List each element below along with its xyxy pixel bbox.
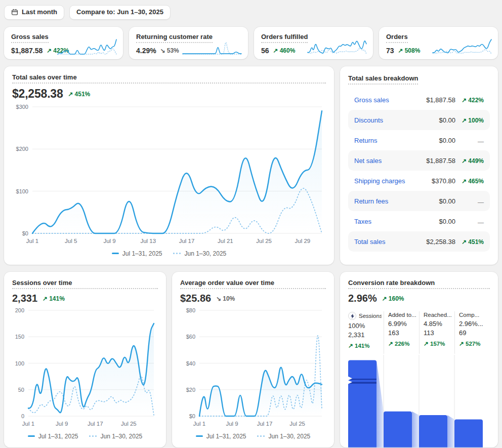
date-range-label: Last month <box>22 8 57 17</box>
table-row: Total sales $2,258.38 ↗451% <box>348 231 490 252</box>
funnel-step-label[interactable]: Comp... <box>459 312 488 318</box>
legend-compare: Jun 1–30, 2025 <box>173 250 226 257</box>
total-sales-line-chart[interactable]: $0$100$200$300Jul 1Jul 5Jul 9Jul 13Jul 1… <box>12 102 326 247</box>
row-value: $1,887.58 <box>426 157 455 165</box>
funnel-step-pct: 6.99% <box>388 320 417 328</box>
sparkline-chart <box>182 38 242 55</box>
metric-title[interactable]: Orders <box>386 33 408 43</box>
total-sales-over-time-card: Total sales over time $2,258.38 ↗451% $0… <box>4 66 334 265</box>
funnel-step-count: 113 <box>424 329 452 337</box>
row-link[interactable]: Gross sales <box>354 96 426 104</box>
svg-text:$300: $300 <box>16 104 28 110</box>
svg-text:Jul 29: Jul 29 <box>295 238 311 244</box>
row-delta: ↗451% <box>455 238 484 246</box>
trend-arrow-icon: ↗ <box>348 343 353 349</box>
metric-title[interactable]: Gross sales <box>11 33 49 43</box>
funnel-step-label[interactable]: Sessions <box>348 312 382 320</box>
row-value: $370.80 <box>432 177 455 185</box>
metric-value: 73 <box>386 47 394 55</box>
row-delta: ↗465% <box>455 177 484 185</box>
row-link[interactable]: Shipping charges <box>354 177 432 185</box>
row-link[interactable]: Total sales <box>354 238 426 246</box>
delta-badge: ↗160% <box>382 295 404 302</box>
metric-value: $1,887.58 <box>11 47 43 55</box>
average-order-value-card: Average order value over time $25.86 ↘10… <box>172 272 334 447</box>
delta-badge: ↘53% <box>160 47 179 54</box>
funnel-step-count: 163 <box>388 329 417 337</box>
aov-line-chart[interactable]: $0$20$40$60$80Jul 1Jul 9Jul 17Jul 25 <box>180 305 326 429</box>
svg-text:$40: $40 <box>186 360 195 366</box>
svg-text:Jul 9: Jul 9 <box>56 421 68 427</box>
chart-title[interactable]: Sessions over time <box>12 279 158 289</box>
date-filter-bar: Last month Compare to: Jun 1–30, 2025 <box>4 5 498 20</box>
funnel-step-pct: 100% <box>348 322 382 330</box>
delta-badge: ↗527% <box>459 341 480 347</box>
funnel-step-label[interactable]: Added to... <box>388 312 417 318</box>
svg-text:Jul 1: Jul 1 <box>22 421 34 427</box>
metric-value: 4.29% <box>136 47 156 55</box>
svg-text:$20: $20 <box>186 387 195 393</box>
row-link[interactable]: Discounts <box>354 116 439 124</box>
dotted-line-swatch <box>257 435 265 437</box>
row-link[interactable]: Net sales <box>354 157 426 165</box>
trend-arrow-icon: ↗ <box>462 158 467 164</box>
legend-compare: Jun 1–30, 2025 <box>89 433 142 440</box>
funnel-steps-header: Sessions 100% 2,331 ↗141% Added to... 6.… <box>348 311 490 354</box>
svg-text:Jul 1: Jul 1 <box>26 238 38 244</box>
funnel-step-count: 2,331 <box>348 331 382 339</box>
solid-line-swatch <box>112 253 119 254</box>
row-value: $0.00 <box>439 197 455 205</box>
chart-title[interactable]: Average order value over time <box>180 279 326 289</box>
svg-text:Jul 17: Jul 17 <box>88 421 103 427</box>
trend-arrow-icon: ↗ <box>47 48 52 54</box>
table-row: Taxes $0.00 — <box>348 211 490 231</box>
svg-text:Jul 9: Jul 9 <box>226 421 238 427</box>
funnel-step-completed: Comp... 2.96%... 69 ↗527% <box>454 311 490 354</box>
delta-badge: ↘10% <box>216 295 235 302</box>
breakdown-table: Gross sales $1,887.58 ↗422% Discounts $0… <box>348 90 490 252</box>
row-link[interactable]: Taxes <box>354 218 439 225</box>
bottom-charts-row: Sessions over time 2,331 ↗141% 050100150… <box>4 272 498 447</box>
legend-current: Jul 1–31, 2025 <box>196 433 246 440</box>
row-link[interactable]: Returns <box>354 137 439 144</box>
svg-text:$200: $200 <box>16 146 28 152</box>
svg-text:Jul 25: Jul 25 <box>289 421 305 427</box>
chart-legend: Jul 1–31, 2025 Jun 1–30, 2025 <box>12 247 326 258</box>
svg-text:200: 200 <box>15 307 24 313</box>
breakdown-title[interactable]: Total sales breakdown <box>348 74 418 85</box>
table-row: Discounts $0.00 ↗100% <box>348 110 490 130</box>
trend-arrow-icon: ↗ <box>388 341 393 347</box>
svg-text:Jul 5: Jul 5 <box>65 238 77 244</box>
trend-arrow-icon: ↗ <box>273 48 278 54</box>
metric-card-orders-fulfilled: Orders fulfilled 56 ↗460% <box>254 27 373 59</box>
compare-to-label: Compare to: Jun 1–30, 2025 <box>76 8 163 17</box>
funnel-step-label[interactable]: Reached... <box>424 312 452 318</box>
solid-line-swatch <box>196 435 203 437</box>
conversion-funnel-chart[interactable] <box>348 355 490 447</box>
trend-arrow-icon: ↗ <box>462 117 467 124</box>
metric-cards-row: Gross sales $1,887.58 ↗422% Returning cu… <box>4 27 498 59</box>
row-delta: — <box>455 196 484 206</box>
sessions-value: 2,331 <box>12 293 37 304</box>
chart-title[interactable]: Conversion rate breakdown <box>348 279 490 289</box>
table-row: Return fees $0.00 — <box>348 191 490 211</box>
svg-text:Jul 13: Jul 13 <box>140 238 156 244</box>
row-delta: — <box>455 136 484 145</box>
delta-badge: ↗460% <box>273 47 296 54</box>
svg-text:Jul 25: Jul 25 <box>121 421 137 427</box>
svg-text:Jul 17: Jul 17 <box>179 238 195 244</box>
trend-arrow-icon: ↗ <box>462 97 467 103</box>
row-value: $1,887.58 <box>426 96 455 104</box>
metric-card-returning-rate: Returning customer rate 4.29% ↘53% <box>129 27 248 59</box>
date-range-button[interactable]: Last month <box>4 5 64 20</box>
compare-to-button[interactable]: Compare to: Jun 1–30, 2025 <box>69 5 171 20</box>
row-value: $0.00 <box>439 137 455 144</box>
sessions-line-chart[interactable]: 050100150200Jul 1Jul 9Jul 17Jul 25 <box>12 305 158 429</box>
metric-title[interactable]: Orders fulfilled <box>261 33 308 43</box>
chart-title[interactable]: Total sales over time <box>12 73 326 84</box>
svg-text:$0: $0 <box>189 413 195 419</box>
trend-arrow-icon: ↗ <box>398 48 403 54</box>
row-link[interactable]: Return fees <box>354 197 439 205</box>
delta-badge: ↗508% <box>398 47 421 54</box>
svg-text:Jul 9: Jul 9 <box>103 238 115 244</box>
